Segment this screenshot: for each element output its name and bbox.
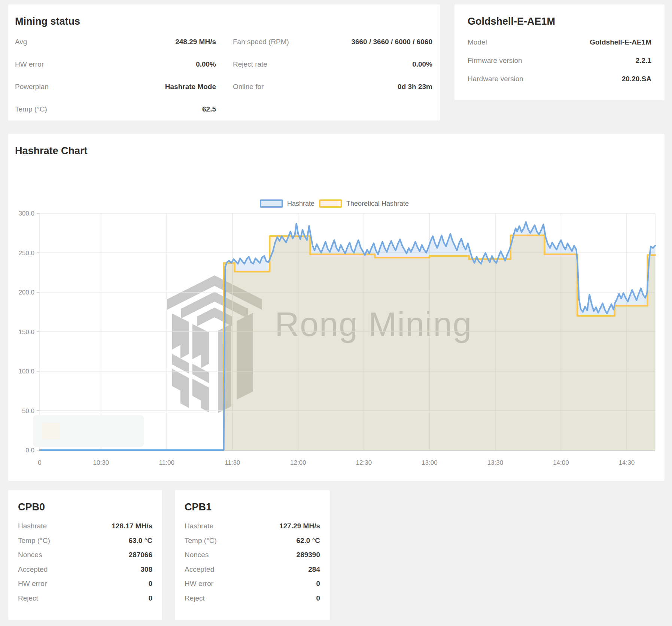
- device-title: Goldshell-E-AE1M: [468, 4, 651, 27]
- kv-label: Hashrate: [185, 522, 213, 530]
- kv-label: Online for: [233, 83, 264, 91]
- kv-value: 128.17 MH/s: [112, 522, 152, 530]
- y-tick-label: 50.0: [22, 407, 34, 415]
- kv-label: Reject: [185, 594, 205, 602]
- cpb0-rows: Hashrate128.17 MH/sTemp (°C)63.0 °CNonce…: [18, 519, 152, 605]
- cpb0-title: CPB0: [18, 490, 152, 513]
- mining-status-card: Mining status Avg248.29 MH/sHW error0.00…: [8, 4, 440, 120]
- kv-label: HW error: [185, 580, 213, 588]
- kv-label: Hardware version: [468, 75, 523, 83]
- kv-row: Avg248.29 MH/s: [15, 31, 216, 53]
- cpb0-card: CPB0 Hashrate128.17 MH/sTemp (°C)63.0 °C…: [8, 490, 162, 620]
- kv-label: Firmware version: [468, 57, 522, 65]
- kv-label: Accepted: [18, 565, 48, 574]
- kv-label: HW error: [15, 60, 44, 68]
- kv-value: Hashrate Mode: [165, 83, 216, 91]
- kv-label: Nonces: [185, 551, 209, 559]
- kv-label: Powerplan: [15, 83, 49, 91]
- kv-row: Reject rate0.00%: [233, 53, 432, 76]
- x-tick-label: 10:30: [93, 459, 109, 466]
- kv-row: Hardware version20.20.SA: [468, 70, 651, 88]
- device-info-card: Goldshell-E-AE1M ModelGoldshell-E-AE1MFi…: [454, 4, 665, 100]
- kv-row: Fan speed (RPM)3660 / 3660 / 6000 / 6060: [233, 31, 432, 53]
- kv-value: 2.2.1: [636, 57, 651, 65]
- kv-row: PowerplanHashrate Mode: [15, 76, 216, 98]
- kv-value: 0: [316, 580, 320, 588]
- kv-value: 0.00%: [412, 60, 432, 68]
- kv-row: Accepted284: [185, 562, 320, 577]
- kv-label: Accepted: [185, 565, 214, 574]
- kv-value: 63.0 °C: [128, 537, 152, 545]
- kv-value: 0: [316, 594, 320, 602]
- kv-value: 0: [148, 594, 152, 602]
- kv-value: 62.5: [202, 105, 216, 113]
- kv-row: Online for0d 3h 23m: [233, 76, 432, 98]
- kv-row: Reject0: [185, 591, 320, 606]
- kv-row: Temp (°C)62.5: [15, 98, 216, 120]
- x-tick-label: 14:30: [619, 459, 635, 466]
- ghost-tooltip-box: [33, 415, 144, 447]
- cpb1-card: CPB1 Hashrate127.29 MH/sTemp (°C)62.0 °C…: [175, 490, 330, 620]
- kv-value: 0d 3h 23m: [398, 83, 432, 91]
- kv-row: ModelGoldshell-E-AE1M: [468, 33, 651, 51]
- kv-label: Temp (°C): [15, 105, 47, 113]
- mining-status-right-column: Fan speed (RPM)3660 / 3660 / 6000 / 6060…: [233, 31, 432, 120]
- x-tick-label: 13:00: [422, 459, 438, 466]
- kv-value: 62.0 °C: [296, 537, 320, 545]
- mining-status-left-column: Avg248.29 MH/sHW error0.00%PowerplanHash…: [15, 31, 216, 120]
- kv-row: Accepted308: [18, 562, 152, 577]
- kv-row: Hashrate128.17 MH/s: [18, 519, 152, 534]
- cpb1-rows: Hashrate127.29 MH/sTemp (°C)62.0 °CNonce…: [185, 519, 320, 605]
- kv-value: 0: [148, 580, 152, 588]
- kv-row: HW error0: [18, 577, 152, 591]
- y-tick-label: 300.0: [18, 210, 34, 217]
- kv-row: Nonces287066: [18, 548, 152, 562]
- kv-row: HW error0.00%: [15, 53, 216, 76]
- kv-row: Temp (°C)63.0 °C: [18, 534, 152, 548]
- kv-label: Reject: [18, 594, 38, 602]
- kv-label: Nonces: [18, 551, 42, 559]
- kv-value: 127.29 MH/s: [279, 522, 320, 530]
- device-rows: ModelGoldshell-E-AE1MFirmware version2.2…: [468, 33, 651, 88]
- kv-label: Model: [468, 38, 487, 46]
- hashrate-chart-card: Hashrate Chart Rong Mining: [8, 134, 665, 481]
- y-tick-label: 100.0: [18, 368, 34, 375]
- x-tick-label: 12:30: [356, 459, 372, 466]
- kv-label: Avg: [15, 38, 27, 46]
- mining-status-title: Mining status: [15, 4, 432, 27]
- kv-label: Temp (°C): [185, 537, 217, 545]
- kv-value: 284: [308, 565, 320, 574]
- kv-row: HW error0: [185, 577, 320, 591]
- kv-label: Temp (°C): [18, 537, 50, 545]
- ghost-tooltip-swatch: [42, 423, 60, 439]
- kv-label: Reject rate: [233, 60, 267, 68]
- cpb1-title: CPB1: [185, 490, 320, 513]
- x-tick-label: 11:30: [225, 459, 240, 466]
- y-tick-label: 250.0: [18, 250, 34, 257]
- kv-row: Firmware version2.2.1: [468, 51, 651, 70]
- kv-value: 248.29 MH/s: [175, 38, 216, 46]
- y-tick-label: 0.0: [25, 447, 34, 454]
- kv-value: 289390: [297, 551, 320, 559]
- kv-row: Temp (°C)62.0 °C: [185, 534, 320, 548]
- kv-label: HW error: [18, 580, 47, 588]
- y-tick-label: 200.0: [18, 289, 34, 296]
- x-tick-label: 13:30: [487, 459, 504, 466]
- kv-value: 3660 / 3660 / 6000 / 6060: [351, 38, 432, 46]
- kv-value: 20.20.SA: [622, 75, 651, 83]
- kv-label: Fan speed (RPM): [233, 38, 289, 46]
- kv-value: Goldshell-E-AE1M: [590, 38, 651, 46]
- kv-row: Hashrate127.29 MH/s: [185, 519, 320, 534]
- kv-label: Hashrate: [18, 522, 47, 530]
- x-tick-label: 14:00: [553, 459, 569, 466]
- kv-row: Nonces289390: [185, 548, 320, 562]
- x-tick-label: 11:00: [159, 459, 174, 466]
- kv-value: 287066: [129, 551, 152, 559]
- x-tick-label: 12:00: [290, 459, 306, 466]
- kv-row: Reject0: [18, 591, 152, 606]
- kv-value: 308: [140, 565, 152, 574]
- kv-value: 0.00%: [196, 60, 216, 68]
- x-tick-label: 0: [38, 459, 41, 466]
- y-tick-label: 150.0: [18, 329, 34, 336]
